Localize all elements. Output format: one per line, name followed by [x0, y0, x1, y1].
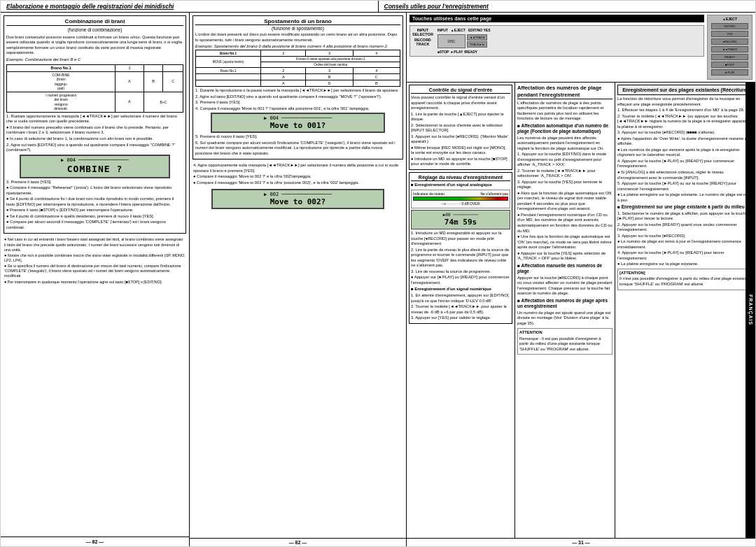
remote-control-diagram: ▲EJECT EDIT/NO YES ●RECORD ◄◄TRACK IREAD…: [707, 15, 752, 80]
affectation-auto-title: ■ Affectation automatique d'un numéro de…: [517, 123, 612, 135]
affectation-manual-text: Appuyer sur la touche [●RECORD] à chaque…: [517, 276, 612, 297]
left-section-title: Elaborazione e montaggio delle registraz…: [1, 1, 379, 12]
affectation-title: Affectation des numéros de plage pendant…: [517, 85, 612, 99]
combine-box-title: Combinazione di brani: [6, 18, 183, 26]
page-number-left: — 82 —: [1, 537, 189, 546]
enregistrement-panel-title: Enregistrement sur des plages existantes…: [617, 85, 753, 95]
combine-steps-12: 1. Ruotare opportunamente la manopola [◄…: [6, 114, 183, 153]
right-header-title: Conseils utiles pour l'enregistrement: [384, 3, 750, 10]
attention-box-enregistrement: [ATTENTION] Il n'est pas possible d'enre…: [617, 269, 753, 290]
spostamento-intro: L'ordine dei brani presenti sul disco pu…: [195, 32, 400, 43]
spostamento-display-text2: Move to 002?: [216, 197, 380, 206]
attention-text-2: Il n'est pas possible d'enregistrer à pa…: [620, 276, 751, 287]
spostamento-subtitle: (funzione di spostamento): [195, 26, 400, 31]
combine-box-subtitle: (funzione di combinazione): [6, 27, 183, 33]
attention-label: ATTENTION: [519, 330, 542, 334]
enregistrement-panel: Enregistrement sur des plages existantes…: [615, 83, 755, 538]
niveau-display: ▶00 ────────── 74m 59s: [411, 210, 510, 229]
spostamento-title: Spostamento di un brano: [195, 18, 400, 25]
ne-allume-pas: Ne s'allument pas: [480, 192, 508, 197]
combine-esempio-title: Esempio: Combinazione dei brani B e C: [6, 57, 183, 63]
enregistrement-intro: La fonction de réécriture vous permet d'…: [617, 97, 753, 107]
attention-text: Remarque : Il est pas possible d'enregis…: [519, 336, 610, 353]
attention-label-2: [ATTENTION]: [620, 271, 645, 275]
spostamento-steps2: 5. Premere di nuovo il tasto [YES]. 6. S…: [195, 134, 400, 156]
niveau-analog-title: ■ Enregistrement d'un signal analogique: [411, 183, 510, 188]
affectation-after-text: Un numéro de plage est ajouté quand une …: [517, 311, 612, 327]
touches-header: Touches utilisées dans cette page: [410, 15, 704, 22]
combine-display: ▶ 004 ───────────────── COMBINE ?: [20, 155, 170, 178]
combine-display-text: COMBINE ?: [24, 164, 166, 176]
combine-extra-bullets: ● Nel caso in cui ad entrambi i brani fo…: [1, 235, 189, 537]
controle-title: Contrôle du signal d'entrée: [411, 87, 510, 94]
combine-steps-34: 3. Premere il tasto [YES]. ● Compare il …: [6, 180, 183, 231]
affectation-panel: Affectation des numéros de plage pendant…: [515, 83, 615, 538]
affectation-auto-text: Les numéros de plage peuvent être affect…: [517, 136, 612, 152]
affectation-after-title: ■ Affectation des numéros de plage après…: [517, 298, 612, 310]
indicator-label: Indicateur de niveau: [413, 192, 444, 197]
controle-box: Contrôle du signal d'entrée Vous pouvez …: [409, 85, 512, 170]
niveau-numeric-title: ■ Enregistrement d'un signal numérique: [411, 287, 510, 292]
page-number-right: — 31 —: [407, 538, 755, 546]
spostamento-display2: ▶ 002 ───────────────── Move to 002?: [211, 189, 384, 209]
spostamento-display-text1: Move to 001?: [215, 121, 381, 130]
niveau-box: Réglage du niveau d'enregistrement ■ Enr…: [409, 172, 512, 324]
spostamento-box: Spostamento di un brano (funzione di spo…: [192, 15, 403, 159]
existing-title: ■ Enregistrement sur une plage existante…: [617, 204, 753, 210]
spostamento-esempio: Esempio: Spostamento del brano 0 dalla p…: [195, 44, 400, 48]
affectation-manual-title: ■ Affectation manuelle des numéros de pl…: [517, 263, 612, 275]
affectation-intro: L'affectation de numéros de plage à des …: [517, 101, 612, 122]
device-diagram: INPUTSELECTOR RECORDTRACK INPUT ▲EJECT E…: [410, 25, 704, 57]
page-number-middle: — 82 —: [190, 538, 406, 546]
francais-label: FRANÇAIS: [747, 294, 753, 325]
spostamento-steps-extra: 4. Agire opportunamente sulla manopola […: [190, 161, 406, 187]
niveau-title: Réglage du niveau d'enregistrement: [411, 174, 510, 181]
right-section-title: Conseils utiles pour l'enregistrement: [379, 1, 756, 12]
spostamento-display1: ▶ 004 ───────────────── Move to 001?: [211, 113, 385, 133]
francais-tag: FRANÇAIS: [746, 83, 755, 538]
left-header-title: Elaborazione e montaggio delle registraz…: [6, 3, 372, 10]
combinazione-box: Combinazione di brani (funzione di combi…: [4, 15, 186, 234]
attention-box-affectation: ATTENTION Remarque : Il est pas possible…: [517, 328, 612, 355]
spostamento-steps: 1. Durante la riproduzione o la pausa ru…: [195, 88, 400, 111]
combine-intro: Due brani consecutivi possono essere com…: [6, 35, 183, 56]
controle-intro: Vous pouvez contrôler le signal d'entrée…: [411, 95, 510, 111]
indicator-diagram: Indicateur de niveau Ne s'allument pas O…: [411, 190, 510, 208]
